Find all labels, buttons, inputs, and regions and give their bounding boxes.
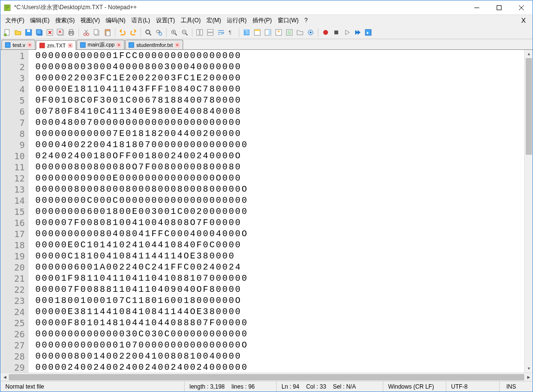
sync-h-icon[interactable] xyxy=(205,28,215,37)
tab-label: zm.TXT xyxy=(47,43,66,48)
user-lang-icon[interactable] xyxy=(252,28,262,37)
sync-v-icon[interactable] xyxy=(195,28,204,37)
copy-icon[interactable] xyxy=(92,28,102,37)
close-button[interactable] xyxy=(510,0,533,15)
tab-close-icon[interactable]: × xyxy=(116,43,121,47)
svg-rect-2 xyxy=(5,7,9,8)
horizontal-scrollbar[interactable]: ◀ ▶ xyxy=(0,373,533,381)
svg-rect-29 xyxy=(94,30,98,34)
save-icon[interactable] xyxy=(24,28,33,37)
undo-icon[interactable] xyxy=(118,28,127,37)
svg-rect-70 xyxy=(5,43,10,47)
redo-icon[interactable] xyxy=(128,28,138,37)
save-all-icon[interactable] xyxy=(34,28,44,37)
svg-point-9 xyxy=(4,33,7,36)
find-icon[interactable] xyxy=(143,28,153,37)
menu-x-icon[interactable]: X xyxy=(517,16,531,24)
close-file-icon[interactable] xyxy=(45,28,55,37)
open-file-icon[interactable] xyxy=(13,28,23,37)
scroll-down-icon[interactable]: ▼ xyxy=(525,364,533,373)
app-icon xyxy=(3,4,11,12)
menu-macro[interactable]: 宏(M) xyxy=(204,15,224,26)
menu-language[interactable]: 语言(L) xyxy=(128,15,153,26)
svg-point-34 xyxy=(157,30,159,33)
tab-student-txt[interactable]: studentImfor.txt × xyxy=(125,40,183,49)
file-icon xyxy=(5,42,11,48)
svg-point-25 xyxy=(87,33,89,35)
line-number-gutter: 1234567891011121314151617181920212223242… xyxy=(0,50,29,373)
svg-point-35 xyxy=(159,32,162,35)
svg-rect-56 xyxy=(254,30,260,31)
status-bar: Normal text file length : 3,198 lines : … xyxy=(0,381,533,392)
minimize-button[interactable] xyxy=(466,0,488,15)
menu-encoding[interactable]: 编码(N) xyxy=(103,15,128,26)
folder-workspace-icon[interactable] xyxy=(295,28,305,37)
paste-icon[interactable] xyxy=(103,28,112,37)
menu-run[interactable]: 运行(R) xyxy=(224,15,250,26)
close-all-icon[interactable] xyxy=(56,28,65,37)
menu-file[interactable]: 文件(F) xyxy=(2,15,27,26)
menu-plugins[interactable]: 插件(P) xyxy=(250,15,275,26)
svg-point-60 xyxy=(278,30,280,32)
status-mode: INS xyxy=(500,381,523,392)
menu-view[interactable]: 视图(V) xyxy=(78,15,103,26)
code-area[interactable]: 0000000000001FCC000000000000000000000800… xyxy=(29,50,524,373)
svg-point-66 xyxy=(310,31,312,33)
status-length: length : 3,198 lines : 96 xyxy=(185,381,277,392)
svg-rect-43 xyxy=(197,30,199,35)
scrollbar-thumb[interactable] xyxy=(526,58,532,155)
zoom-out-icon[interactable] xyxy=(180,28,189,37)
vertical-scrollbar[interactable]: ▲ ▼ xyxy=(524,50,533,373)
tab-zm-txt[interactable]: zm.TXT × xyxy=(36,40,76,50)
svg-rect-71 xyxy=(40,43,45,48)
save-macro-icon[interactable] xyxy=(363,28,373,37)
zoom-in-icon[interactable] xyxy=(169,28,179,37)
tab-close-icon[interactable]: × xyxy=(27,43,32,47)
maximize-button[interactable] xyxy=(488,0,510,15)
menu-help[interactable]: ? xyxy=(301,16,311,25)
svg-rect-72 xyxy=(80,43,85,47)
wrap-icon[interactable] xyxy=(216,28,226,37)
new-file-icon[interactable] xyxy=(2,28,12,37)
tab-test-v[interactable]: test.v × xyxy=(1,40,35,49)
svg-text:¶: ¶ xyxy=(229,30,231,35)
play-multi-icon[interactable] xyxy=(353,28,362,37)
svg-point-67 xyxy=(323,30,328,35)
scroll-up-icon[interactable]: ▲ xyxy=(525,50,533,58)
menu-tools[interactable]: 工具(O) xyxy=(178,15,204,26)
replace-icon[interactable] xyxy=(154,28,164,37)
cut-icon[interactable] xyxy=(81,28,91,37)
tab-close-icon[interactable]: × xyxy=(175,43,180,47)
tab-label: studentImfor.txt xyxy=(136,42,172,48)
tab-close-icon[interactable]: × xyxy=(68,43,73,48)
svg-rect-68 xyxy=(334,30,338,34)
record-icon[interactable] xyxy=(321,28,330,37)
scroll-right-icon[interactable]: ▶ xyxy=(524,373,533,381)
monitor-icon[interactable] xyxy=(306,28,315,37)
svg-rect-13 xyxy=(36,30,41,34)
tab-bar: test.v × zm.TXT × main源.cpp × studentImf… xyxy=(0,39,533,50)
play-icon[interactable] xyxy=(342,28,352,37)
stop-record-icon[interactable] xyxy=(331,28,341,37)
menu-edit[interactable]: 编辑(E) xyxy=(27,15,52,26)
svg-line-42 xyxy=(186,33,188,35)
menu-settings[interactable]: 设置(T) xyxy=(153,15,178,26)
menu-window[interactable]: 窗口(W) xyxy=(275,15,301,26)
svg-line-33 xyxy=(149,33,151,35)
svg-rect-31 xyxy=(106,31,110,36)
tab-label: test.v xyxy=(13,42,25,48)
menu-search[interactable]: 搜索(S) xyxy=(52,15,78,26)
doc-list-icon[interactable] xyxy=(274,28,283,37)
indent-guide-icon[interactable] xyxy=(242,28,251,37)
func-list-icon[interactable] xyxy=(284,28,294,37)
doc-map-icon[interactable] xyxy=(263,28,273,37)
scrollbar-thumb[interactable] xyxy=(9,374,524,380)
status-filetype: Normal text file xyxy=(0,381,185,392)
svg-rect-45 xyxy=(207,30,213,32)
print-icon[interactable] xyxy=(66,28,76,37)
svg-rect-44 xyxy=(200,30,203,35)
svg-rect-69 xyxy=(365,30,371,35)
show-all-chars-icon[interactable]: ¶ xyxy=(227,28,236,37)
tab-main-cpp[interactable]: main源.cpp × xyxy=(77,40,125,49)
scroll-left-icon[interactable]: ◀ xyxy=(0,373,9,381)
